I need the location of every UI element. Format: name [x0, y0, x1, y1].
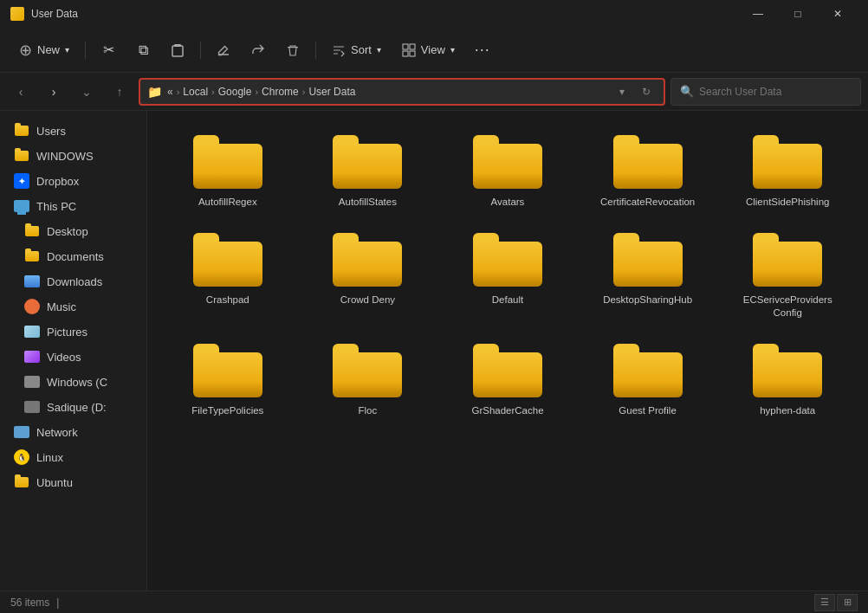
folder-large-icon — [193, 233, 262, 287]
folder-grid: AutofillRegex AutofillStates Avatars Cer… — [161, 125, 854, 424]
folder-name: Crashpad — [206, 294, 249, 306]
close-button[interactable]: ✕ — [818, 0, 858, 28]
rename-button[interactable] — [208, 35, 239, 66]
sidebar-item-music[interactable]: Music — [3, 294, 143, 319]
forward-button[interactable]: › — [40, 78, 68, 106]
sidebar-item-ubuntu[interactable]: Ubuntu — [3, 470, 143, 494]
sidebar-item-downloads[interactable]: Downloads — [3, 269, 143, 294]
search-input[interactable] — [699, 86, 852, 98]
folder-icon — [24, 248, 40, 264]
folder-item[interactable]: Floc — [301, 333, 435, 424]
folder-item[interactable]: AutofillRegex — [161, 125, 295, 216]
svg-rect-2 — [288, 47, 298, 48]
folder-large-icon — [753, 135, 822, 189]
videos-icon — [24, 351, 40, 363]
sidebar-label-thispc: This PC — [36, 200, 76, 213]
sidebar-label-windows: WINDOWS — [36, 150, 94, 163]
sidebar-label-pictures: Pictures — [47, 326, 87, 339]
view-button[interactable]: View ▾ — [393, 35, 463, 66]
sidebar-item-dropbox[interactable]: ✦ Dropbox — [3, 169, 143, 193]
pc-icon — [14, 200, 29, 212]
folder-large-icon — [613, 344, 683, 397]
folder-item[interactable]: Crashpad — [161, 223, 295, 326]
main-layout: Users WINDOWS ✦ Dropbox This PC Desktop … — [0, 111, 868, 590]
folder-item[interactable]: Default — [441, 223, 574, 326]
folder-item[interactable]: hyphen-data — [721, 333, 854, 424]
folder-item[interactable]: ClientSidePhishing — [721, 125, 854, 216]
sidebar-label-users: Users — [36, 125, 66, 138]
folder-item[interactable]: CertificateRevocation — [581, 125, 715, 216]
details-view-button[interactable]: ☰ — [814, 594, 835, 611]
sidebar-label-videos: Videos — [47, 351, 81, 364]
copy-button[interactable]: ⧉ — [127, 35, 159, 66]
sort-label: Sort — [351, 43, 372, 56]
view-label: View — [421, 43, 445, 56]
sidebar-label-sadique: Sadique (D: — [47, 401, 107, 414]
svg-rect-5 — [403, 51, 408, 56]
folder-large-icon — [473, 135, 542, 189]
folder-large-icon — [613, 233, 683, 287]
new-button[interactable]: ⊕ New ▾ — [10, 35, 78, 66]
share-button[interactable] — [243, 35, 274, 66]
folder-large-icon — [333, 344, 402, 397]
folder-item[interactable]: GrShaderCache — [441, 333, 574, 424]
more-button[interactable]: ··· — [467, 35, 498, 66]
sidebar-label-dropbox: Dropbox — [36, 175, 79, 188]
search-bar: 🔍 — [670, 78, 861, 106]
folder-item[interactable]: ECSerivceProvidersConfig — [721, 223, 854, 326]
sidebar-item-linux[interactable]: 🐧 Linux — [3, 445, 143, 469]
folder-item[interactable]: DesktopSharingHub — [581, 223, 715, 326]
folder-name: FileTypePolicies — [191, 404, 263, 417]
view-toggle: ☰ ⊞ — [814, 594, 858, 611]
folder-large-icon — [613, 135, 683, 189]
folder-item[interactable]: Crowd Deny — [301, 223, 435, 326]
folder-name: Crowd Deny — [340, 294, 395, 306]
sidebar-item-users[interactable]: Users — [3, 119, 143, 143]
item-count: 56 items — [10, 597, 49, 609]
folder-large-icon — [753, 233, 822, 287]
sidebar-item-videos[interactable]: Videos — [3, 345, 143, 369]
status-bar: 56 items | ☰ ⊞ — [0, 590, 868, 613]
minimize-button[interactable]: — — [738, 0, 778, 28]
separator-1 — [85, 42, 86, 59]
sidebar-label-ubuntu: Ubuntu — [36, 476, 73, 489]
sort-button[interactable]: Sort ▾ — [323, 35, 390, 66]
folder-item[interactable]: Avatars — [441, 125, 574, 216]
refresh-button[interactable]: ↻ — [636, 81, 657, 102]
maximize-button[interactable]: □ — [778, 0, 818, 28]
address-bar[interactable]: 📁 « › Local › Google › Chrome › User Dat… — [139, 78, 665, 106]
sidebar-item-pictures[interactable]: Pictures — [3, 319, 143, 344]
new-label: New — [37, 43, 60, 56]
sidebar-item-winc[interactable]: Windows (C — [3, 370, 143, 394]
grid-view-button[interactable]: ⊞ — [837, 594, 858, 611]
back-button[interactable]: ‹ — [7, 78, 35, 106]
svg-rect-4 — [410, 44, 415, 49]
sidebar-item-network[interactable]: Network — [3, 420, 143, 444]
cut-button[interactable]: ✂ — [93, 35, 124, 66]
folder-name: ClientSidePhishing — [746, 196, 830, 209]
status-separator: | — [56, 597, 59, 609]
sidebar-label-music: Music — [47, 300, 76, 313]
folder-name: Guest Profile — [619, 404, 676, 417]
sidebar-item-thispc[interactable]: This PC — [3, 194, 143, 218]
folder-name: hyphen-data — [760, 404, 815, 417]
folder-large-icon — [193, 344, 262, 397]
down-button[interactable]: ⌄ — [73, 78, 100, 106]
paste-button[interactable] — [162, 35, 193, 66]
sidebar-item-documents[interactable]: Documents — [3, 244, 143, 268]
folder-item[interactable]: Guest Profile — [581, 333, 715, 424]
sidebar-item-desktop[interactable]: Desktop — [3, 219, 143, 243]
up-button[interactable]: ↑ — [106, 78, 133, 106]
breadcrumb-userdata: User Data — [308, 86, 355, 98]
delete-button[interactable] — [277, 35, 308, 66]
address-folder-icon: 📁 — [147, 85, 162, 99]
address-row: ‹ › ⌄ ↑ 📁 « › Local › Google › Chrome › … — [0, 73, 868, 111]
sidebar-item-sadique[interactable]: Sadique (D: — [3, 395, 143, 419]
folder-item[interactable]: FileTypePolicies — [161, 333, 295, 424]
folder-icon — [14, 148, 29, 164]
address-dropdown-button[interactable]: ▾ — [612, 81, 632, 102]
sidebar-item-windows[interactable]: WINDOWS — [3, 144, 143, 168]
folder-item[interactable]: AutofillStates — [301, 125, 435, 216]
search-icon: 🔍 — [680, 85, 694, 98]
separator-3 — [315, 42, 316, 59]
